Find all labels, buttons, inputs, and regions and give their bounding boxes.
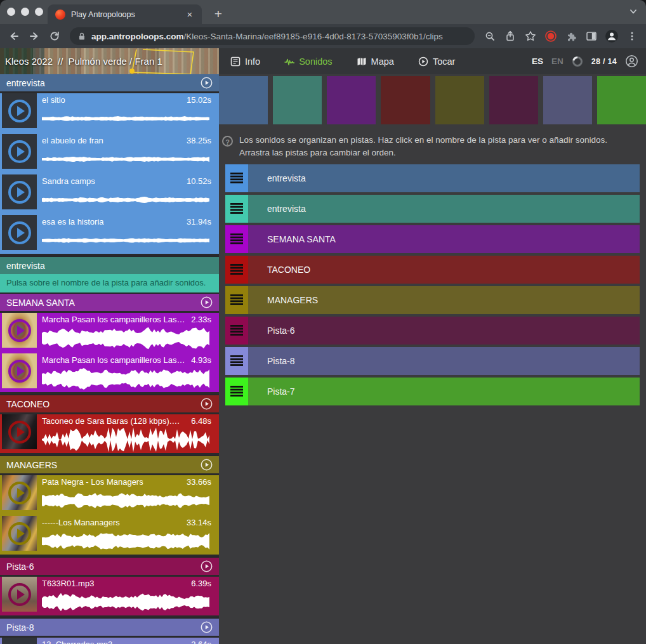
clip-item[interactable]: Marcha Pasan los campanilleros Las Mejor… bbox=[0, 353, 219, 392]
drag-handle[interactable] bbox=[225, 286, 248, 314]
track-name-header[interactable]: entrevista bbox=[0, 74, 219, 91]
clip-item[interactable]: Sandra camps 10.52s bbox=[0, 174, 219, 213]
clip-play-icon[interactable] bbox=[8, 360, 31, 383]
track-row[interactable]: MANAGERS bbox=[225, 286, 640, 314]
nav-info[interactable]: Info bbox=[230, 56, 260, 67]
extensions-puzzle-icon[interactable] bbox=[562, 27, 580, 45]
clip-item[interactable]: Taconeo de Sara Baras (128 kbps).mp3 6.4… bbox=[0, 414, 219, 453]
nav-tocar[interactable]: Tocar bbox=[418, 56, 455, 67]
drag-handle[interactable] bbox=[225, 317, 248, 345]
track-name-header[interactable]: Pista-8 bbox=[0, 619, 219, 636]
track-row[interactable]: entrevista bbox=[225, 164, 640, 192]
account-icon[interactable] bbox=[625, 55, 638, 68]
track-name-header[interactable]: TACONEO bbox=[0, 395, 219, 412]
clip-play-icon[interactable] bbox=[8, 522, 31, 545]
clip-item[interactable]: Pata Negra - Los Managers 33.66s bbox=[0, 475, 219, 514]
clip-thumbnail[interactable] bbox=[2, 215, 37, 250]
zoom-window-button[interactable] bbox=[35, 8, 43, 16]
chevron-down-icon[interactable] bbox=[628, 6, 638, 16]
clip-play-icon[interactable] bbox=[8, 181, 31, 204]
nav-sonidos[interactable]: Sonidos bbox=[284, 56, 332, 67]
profile-avatar-icon[interactable] bbox=[603, 27, 621, 45]
clip-play-icon[interactable] bbox=[8, 319, 31, 342]
drag-handle[interactable] bbox=[225, 225, 248, 253]
clip-play-icon[interactable] bbox=[8, 482, 31, 504]
track-name-header[interactable]: entrevista bbox=[0, 257, 219, 274]
clip-item[interactable]: T633R01.mp3 6.39s bbox=[0, 577, 219, 615]
recording-indicator-icon[interactable] bbox=[542, 27, 560, 45]
project-banner-image[interactable]: Kleos 2022 // Pulmón verde / Fran 1 bbox=[0, 48, 219, 74]
clip-play-icon[interactable] bbox=[8, 140, 31, 163]
nav-mapa[interactable]: Mapa bbox=[357, 56, 394, 67]
play-track-button[interactable] bbox=[201, 621, 213, 633]
browser-tab[interactable]: Play Antropoloops × bbox=[48, 4, 202, 24]
drag-handle[interactable] bbox=[225, 347, 248, 375]
play-track-button[interactable] bbox=[201, 459, 213, 471]
clip-thumbnail[interactable] bbox=[2, 313, 37, 348]
clip-thumbnail[interactable] bbox=[2, 414, 37, 449]
track-swatch[interactable] bbox=[273, 76, 322, 124]
track-swatch[interactable] bbox=[435, 76, 484, 124]
drag-handle[interactable] bbox=[225, 164, 248, 192]
clip-play-icon[interactable] bbox=[8, 583, 31, 606]
reload-button[interactable] bbox=[46, 27, 63, 45]
track-name-header[interactable]: SEMANA SANTA bbox=[0, 294, 219, 311]
side-panel-icon[interactable] bbox=[583, 27, 600, 45]
track-swatch[interactable] bbox=[219, 76, 268, 124]
track-row[interactable]: Pista-6 bbox=[225, 317, 640, 345]
track-swatch[interactable] bbox=[597, 76, 646, 124]
clip-item[interactable]: Marcha Pasan los campanilleros Las Mejor… bbox=[0, 313, 219, 352]
play-track-button[interactable] bbox=[201, 560, 213, 572]
bookmark-star-icon[interactable] bbox=[522, 27, 539, 45]
window-controls[interactable] bbox=[7, 8, 43, 16]
clip-play-icon[interactable] bbox=[8, 100, 31, 122]
track-row[interactable]: Pista-8 bbox=[225, 347, 640, 375]
track-swatch[interactable] bbox=[489, 76, 538, 124]
clip-thumbnail[interactable] bbox=[2, 134, 37, 169]
clip-thumbnail[interactable] bbox=[2, 516, 37, 551]
waveform bbox=[42, 365, 209, 392]
clip-item[interactable]: el sitio 15.02s bbox=[0, 93, 219, 132]
clip-duration: 10.52s bbox=[187, 176, 211, 186]
lang-es-button[interactable]: ES bbox=[532, 56, 543, 66]
track-name-header[interactable]: MANAGERS bbox=[0, 456, 219, 473]
back-button[interactable] bbox=[5, 27, 23, 45]
lang-en-button[interactable]: EN bbox=[551, 56, 564, 66]
clip-thumbnail[interactable] bbox=[2, 475, 37, 510]
close-window-button[interactable] bbox=[7, 8, 15, 16]
clip-name: ------Los Mananagers bbox=[42, 518, 120, 527]
browser-menu-icon[interactable] bbox=[623, 27, 641, 45]
track-row[interactable]: SEMANA SANTA bbox=[225, 225, 640, 253]
track-row[interactable]: Pista-7 bbox=[225, 378, 640, 405]
clip-item[interactable]: el abuelo de fran 38.25s bbox=[0, 134, 219, 173]
play-track-button[interactable] bbox=[201, 398, 213, 410]
clip-play-icon[interactable] bbox=[8, 221, 31, 244]
clip-thumbnail[interactable] bbox=[2, 174, 37, 209]
forward-button[interactable] bbox=[25, 27, 43, 45]
clip-thumbnail[interactable] bbox=[2, 638, 37, 644]
clip-item[interactable]: ------Los Mananagers 33.14s bbox=[0, 516, 219, 555]
address-bar[interactable]: app.antropoloops.com/Kleos-Santa-Marina/… bbox=[70, 27, 475, 45]
clip-thumbnail[interactable] bbox=[2, 353, 37, 388]
share-icon[interactable] bbox=[501, 27, 519, 45]
track-row[interactable]: entrevista bbox=[225, 195, 640, 223]
clip-item[interactable]: esa es la historia 31.94s bbox=[0, 215, 219, 254]
clip-play-icon[interactable] bbox=[8, 421, 31, 444]
clip-thumbnail[interactable] bbox=[2, 93, 37, 128]
track-name-header[interactable]: Pista-6 bbox=[0, 558, 219, 575]
track-swatch[interactable] bbox=[327, 76, 376, 124]
zoom-indicator-icon[interactable] bbox=[481, 27, 499, 45]
new-tab-button[interactable]: + bbox=[211, 6, 226, 22]
tab-close-icon[interactable]: × bbox=[184, 9, 195, 20]
drag-handle[interactable] bbox=[225, 378, 248, 405]
play-track-button[interactable] bbox=[201, 77, 213, 89]
play-track-button[interactable] bbox=[201, 296, 213, 308]
track-swatch[interactable] bbox=[381, 76, 430, 124]
clip-item[interactable]: 13. Charradas.mp3 2.64s bbox=[0, 638, 219, 644]
minimize-window-button[interactable] bbox=[21, 8, 29, 16]
drag-handle[interactable] bbox=[225, 256, 248, 284]
track-swatch[interactable] bbox=[543, 76, 592, 124]
clip-thumbnail[interactable] bbox=[2, 577, 37, 612]
drag-handle[interactable] bbox=[225, 195, 248, 223]
track-row[interactable]: TACONEO bbox=[225, 256, 640, 284]
